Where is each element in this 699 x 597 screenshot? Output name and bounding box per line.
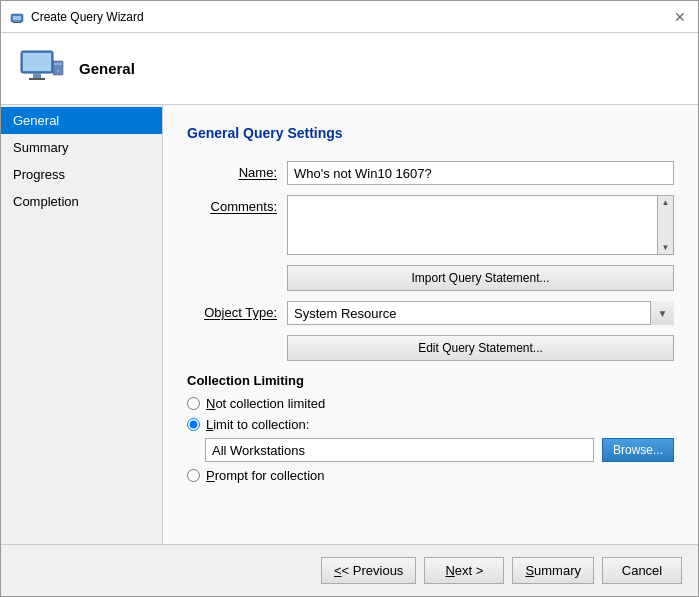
limit-label[interactable]: Limit to collection: bbox=[206, 417, 309, 432]
collection-section: Collection Limiting Not collection limit… bbox=[187, 373, 674, 483]
name-input[interactable] bbox=[287, 161, 674, 185]
svg-point-10 bbox=[57, 70, 59, 72]
import-spacer bbox=[187, 265, 287, 269]
prompt-radio[interactable] bbox=[187, 469, 200, 482]
edit-row: Edit Query Statement... bbox=[187, 335, 674, 361]
svg-rect-7 bbox=[29, 78, 45, 80]
sidebar-item-progress[interactable]: Progress bbox=[1, 161, 162, 188]
svg-rect-9 bbox=[54, 63, 62, 65]
sidebar-item-general[interactable]: General bbox=[1, 107, 162, 134]
svg-rect-6 bbox=[33, 73, 41, 78]
wizard-header: General bbox=[1, 33, 698, 105]
main-content: General Query Settings Name: Comments: ▲… bbox=[163, 105, 698, 544]
close-button[interactable]: ✕ bbox=[670, 9, 690, 25]
next-button[interactable]: Next > bbox=[424, 557, 504, 584]
object-type-select[interactable]: System Resource bbox=[287, 301, 674, 325]
browse-button[interactable]: Browse... bbox=[602, 438, 674, 462]
scroll-up-icon: ▲ bbox=[662, 198, 670, 207]
limit-radio[interactable] bbox=[187, 418, 200, 431]
svg-rect-5 bbox=[23, 53, 51, 71]
computer-icon bbox=[17, 45, 65, 93]
not-limited-radio[interactable] bbox=[187, 397, 200, 410]
summary-button[interactable]: Summary bbox=[512, 557, 594, 584]
edit-spacer bbox=[187, 335, 287, 339]
collection-title: Collection Limiting bbox=[187, 373, 674, 388]
header-title: General bbox=[79, 60, 135, 77]
sidebar-item-summary[interactable]: Summary bbox=[1, 134, 162, 161]
import-row: Import Query Statement... bbox=[187, 265, 674, 291]
window-title: Create Query Wizard bbox=[31, 10, 144, 24]
comments-label: Comments: bbox=[187, 195, 287, 214]
sidebar: General Summary Progress Completion bbox=[1, 105, 163, 544]
object-type-label: Object Type: bbox=[187, 301, 287, 320]
sidebar-item-completion[interactable]: Completion bbox=[1, 188, 162, 215]
object-type-select-wrapper: System Resource ▼ bbox=[287, 301, 674, 325]
svg-rect-2 bbox=[14, 20, 20, 22]
prompt-label[interactable]: Prompt for collection bbox=[206, 468, 325, 483]
name-row: Name: bbox=[187, 161, 674, 185]
comments-row: Comments: ▲ ▼ bbox=[187, 195, 674, 255]
title-bar-left: Create Query Wizard bbox=[9, 9, 144, 25]
limit-row: Limit to collection: bbox=[187, 417, 674, 432]
comments-wrapper: ▲ ▼ bbox=[287, 195, 674, 255]
previous-button[interactable]: << Previous bbox=[321, 557, 416, 584]
scroll-down-icon: ▼ bbox=[662, 243, 670, 252]
collection-input-row: Browse... bbox=[205, 438, 674, 462]
window-icon bbox=[9, 9, 25, 25]
prompt-row: Prompt for collection bbox=[187, 468, 674, 483]
comments-scrollbar[interactable]: ▲ ▼ bbox=[657, 196, 673, 254]
content-area: General Summary Progress Completion Gene… bbox=[1, 105, 698, 544]
name-label: Name: bbox=[187, 161, 287, 180]
section-title: General Query Settings bbox=[187, 125, 674, 141]
object-type-row: Object Type: System Resource ▼ bbox=[187, 301, 674, 325]
collection-input[interactable] bbox=[205, 438, 594, 462]
comments-textarea[interactable] bbox=[288, 196, 657, 254]
import-button[interactable]: Import Query Statement... bbox=[287, 265, 674, 291]
wizard-footer: << Previous Next > Summary Cancel bbox=[1, 544, 698, 596]
cancel-button[interactable]: Cancel bbox=[602, 557, 682, 584]
wizard-window: Create Query Wizard ✕ General General bbox=[0, 0, 699, 597]
title-bar: Create Query Wizard ✕ bbox=[1, 1, 698, 33]
svg-rect-1 bbox=[13, 16, 21, 20]
not-limited-row: Not collection limited bbox=[187, 396, 674, 411]
svg-rect-3 bbox=[13, 22, 21, 23]
edit-button[interactable]: Edit Query Statement... bbox=[287, 335, 674, 361]
not-limited-label[interactable]: Not collection limited bbox=[206, 396, 325, 411]
